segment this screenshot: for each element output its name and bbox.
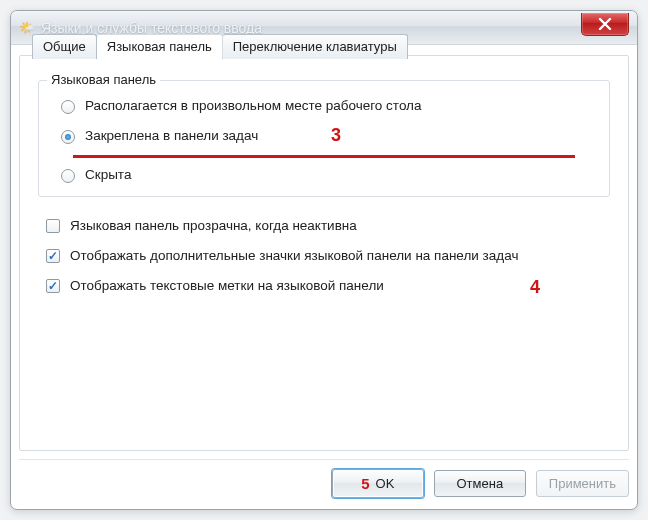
apply-button: Применить bbox=[536, 470, 629, 497]
dialog-window: 🌤️ Языки и службы текстового ввода 1 Общ… bbox=[10, 10, 638, 510]
check-text-labels[interactable]: Отображать текстовые метки на языковой п… bbox=[40, 271, 610, 301]
close-button[interactable] bbox=[581, 13, 629, 36]
group-legend: Языковая панель bbox=[47, 72, 160, 87]
radio-icon bbox=[61, 100, 75, 114]
annotation-underline bbox=[73, 155, 575, 158]
check-label: Отображать текстовые метки на языковой п… bbox=[70, 277, 384, 295]
checkbox-icon bbox=[46, 219, 60, 233]
annotation-3: 3 bbox=[331, 125, 341, 146]
check-transparent[interactable]: Языковая панель прозрачна, когда неактив… bbox=[40, 211, 610, 241]
radio-float[interactable]: Располагается в произвольном месте рабоч… bbox=[51, 91, 597, 121]
ok-button[interactable]: 5 OK bbox=[332, 469, 424, 498]
tab-general[interactable]: Общие bbox=[32, 34, 97, 59]
tab-content: Языковая панель Располагается в произвол… bbox=[20, 56, 628, 312]
cancel-label: Отмена bbox=[457, 476, 504, 491]
tab-language-bar[interactable]: Языковая панель bbox=[97, 34, 223, 60]
radio-docked[interactable]: Закреплена в панели задач 3 bbox=[51, 121, 597, 151]
check-label: Отображать дополнительные значки языково… bbox=[70, 247, 518, 265]
radio-icon bbox=[61, 169, 75, 183]
check-extra-icons[interactable]: Отображать дополнительные значки языково… bbox=[40, 241, 610, 271]
tab-switch[interactable]: Переключение клавиатуры bbox=[223, 34, 408, 59]
radio-label: Скрыта bbox=[85, 167, 131, 182]
annotation-5: 5 bbox=[361, 475, 369, 492]
check-label: Языковая панель прозрачна, когда неактив… bbox=[70, 217, 357, 235]
language-bar-group: Языковая панель Располагается в произвол… bbox=[38, 80, 610, 197]
checkbox-icon bbox=[46, 279, 60, 293]
cancel-button[interactable]: Отмена bbox=[434, 470, 526, 497]
tab-panel: Общие Языковая панель Переключение клави… bbox=[19, 55, 629, 451]
options-checks: Языковая панель прозрачна, когда неактив… bbox=[40, 211, 610, 302]
client-area: 1 Общие Языковая панель Переключение кла… bbox=[11, 45, 637, 509]
radio-label: Располагается в произвольном месте рабоч… bbox=[85, 98, 421, 113]
checkbox-icon bbox=[46, 249, 60, 263]
radio-hidden[interactable]: Скрыта bbox=[51, 160, 597, 190]
radio-icon bbox=[61, 130, 75, 144]
radio-label: Закреплена в панели задач bbox=[85, 128, 258, 143]
tabstrip: Общие Языковая панель Переключение клави… bbox=[32, 34, 408, 59]
close-icon bbox=[598, 18, 612, 30]
apply-label: Применить bbox=[549, 476, 616, 491]
dialog-buttons: 5 OK Отмена Применить bbox=[19, 459, 629, 499]
ok-label: OK bbox=[376, 476, 395, 491]
